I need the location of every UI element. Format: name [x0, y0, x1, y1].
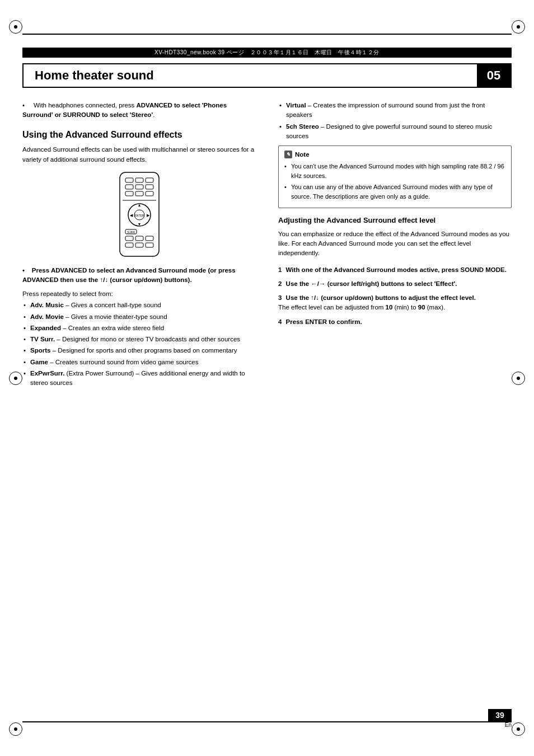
- list-item: Sports – Designed for sports and other p…: [22, 346, 256, 355]
- intro-note: • With headphones connected, press ADVAN…: [22, 101, 256, 120]
- svg-text:SURR: SURR: [127, 231, 135, 234]
- list-item: ExPwrSurr. (Extra Power Surround) – Give…: [22, 369, 256, 388]
- list-item: Game – Creates surround sound from video…: [22, 358, 256, 367]
- page-header: Home theater sound 05: [22, 63, 512, 88]
- svg-rect-5: [135, 185, 143, 189]
- list-item: 5ch Stereo – Designed to give powerful s…: [278, 122, 512, 142]
- remote-illustration: ENTER ▲ ▼ ◀ ▶ SURR: [22, 171, 256, 258]
- svg-text:▶: ▶: [146, 213, 149, 217]
- page-number: 39: [495, 711, 504, 720]
- svg-text:ENTER: ENTER: [134, 214, 144, 217]
- svg-rect-23: [125, 243, 133, 247]
- reg-mark-top-left: [9, 20, 22, 34]
- reg-mark-bottom-left: [9, 722, 22, 736]
- step-text: With one of the Advanced Surround modes …: [286, 266, 507, 273]
- list-item: Adv. Music – Gives a concert hall-type s…: [22, 300, 256, 310]
- intro-note-text: With headphones connected, press ADVANCE…: [22, 102, 227, 118]
- note-header: ✎ Note: [284, 151, 505, 158]
- svg-rect-4: [125, 185, 133, 189]
- press-note: • Press ADVANCED to select an Advanced S…: [22, 266, 256, 285]
- step-num: 1: [278, 266, 282, 273]
- svg-text:◀: ◀: [129, 213, 133, 217]
- page-label: En: [488, 722, 512, 728]
- step-1: 1 With one of the Advanced Surround mode…: [278, 265, 512, 275]
- note-label: Note: [295, 151, 310, 158]
- step-num: 4: [278, 318, 282, 325]
- svg-rect-25: [146, 243, 153, 247]
- svg-rect-8: [135, 191, 143, 196]
- section-heading: Using the Advanced Surround effects: [22, 129, 256, 141]
- step-2: 2 Use the ←/→ (cursor left/right) button…: [278, 279, 512, 289]
- svg-rect-3: [146, 178, 153, 182]
- left-column: • With headphones connected, press ADVAN…: [22, 95, 267, 711]
- svg-rect-1: [125, 178, 133, 182]
- note-list: You can't use the Advanced Surround mode…: [284, 162, 505, 201]
- note-item: You can't use the Advanced Surround mode…: [284, 162, 505, 180]
- step-3: 3 Use the ↑/↓ (cursor up/down) buttons t…: [278, 293, 512, 313]
- right-bullet-list: Virtual – Creates the impression of surr…: [278, 101, 512, 141]
- press-list-intro: Press repeatedly to select from:: [22, 290, 256, 297]
- reg-mark-top-right: [512, 20, 525, 34]
- note-item: You can use any of the above Advanced Su…: [284, 182, 505, 201]
- bottom-border: [22, 721, 512, 722]
- intro-bullet: •: [22, 102, 32, 109]
- step-text: Press ENTER to confirm.: [286, 318, 362, 325]
- note-box: ✎ Note You can't use the Advanced Surrou…: [278, 145, 512, 208]
- svg-rect-22: [146, 236, 153, 241]
- note-icon: ✎: [284, 151, 292, 158]
- content-area: • With headphones connected, press ADVAN…: [22, 95, 512, 711]
- step-body: The effect level can be adjusted from 10…: [278, 304, 445, 311]
- list-item: TV Surr. – Designed for mono or stereo T…: [22, 335, 256, 344]
- section-text: Advanced Surround effects can be used wi…: [22, 145, 256, 165]
- svg-rect-2: [135, 178, 143, 182]
- reg-mark-mid-left: [9, 372, 22, 385]
- step-num: 2: [278, 280, 282, 287]
- reg-mark-mid-right: [512, 372, 525, 385]
- svg-rect-9: [146, 191, 153, 196]
- svg-rect-21: [135, 236, 143, 241]
- svg-text:▲: ▲: [137, 203, 141, 207]
- svg-rect-7: [125, 191, 133, 196]
- remote-svg: ENTER ▲ ▼ ◀ ▶ SURR: [109, 171, 170, 258]
- step-4: 4 Press ENTER to confirm.: [278, 317, 512, 327]
- left-bullet-list: Adv. Music – Gives a concert hall-type s…: [22, 300, 256, 388]
- sub-section-text: You can emphasize or reduce the effect o…: [278, 229, 512, 259]
- header-bar-text: XV-HDT330_new.book 39 ページ ２００３年１月１６日 木曜日…: [154, 49, 380, 57]
- right-column: Virtual – Creates the impression of surr…: [267, 95, 512, 711]
- chapter-badge: 05: [477, 64, 510, 87]
- page-title: Home theater sound: [35, 68, 154, 83]
- steps-list: 1 With one of the Advanced Surround mode…: [278, 265, 512, 327]
- sub-heading: Adjusting the Advanced Surround effect l…: [278, 216, 512, 226]
- step-text: Use the ↑/↓ (cursor up/down) buttons to …: [286, 294, 476, 301]
- top-border: [22, 34, 512, 35]
- list-item: Expanded – Creates an extra wide stereo …: [22, 323, 256, 333]
- list-item: Adv. Movie – Gives a movie theater-type …: [22, 312, 256, 322]
- svg-rect-24: [135, 243, 143, 247]
- svg-rect-20: [125, 236, 133, 241]
- header-bar: XV-HDT330_new.book 39 ページ ２００３年１月１６日 木曜日…: [22, 48, 512, 58]
- page-number-box: 39: [488, 709, 512, 721]
- step-num: 3: [278, 294, 282, 301]
- page-title-box: Home theater sound: [24, 68, 477, 83]
- svg-text:▼: ▼: [137, 222, 141, 226]
- svg-rect-6: [146, 185, 153, 189]
- list-item: Virtual – Creates the impression of surr…: [278, 101, 512, 120]
- reg-mark-bottom-right: [512, 722, 525, 736]
- step-text: Use the ←/→ (cursor left/right) buttons …: [286, 280, 457, 287]
